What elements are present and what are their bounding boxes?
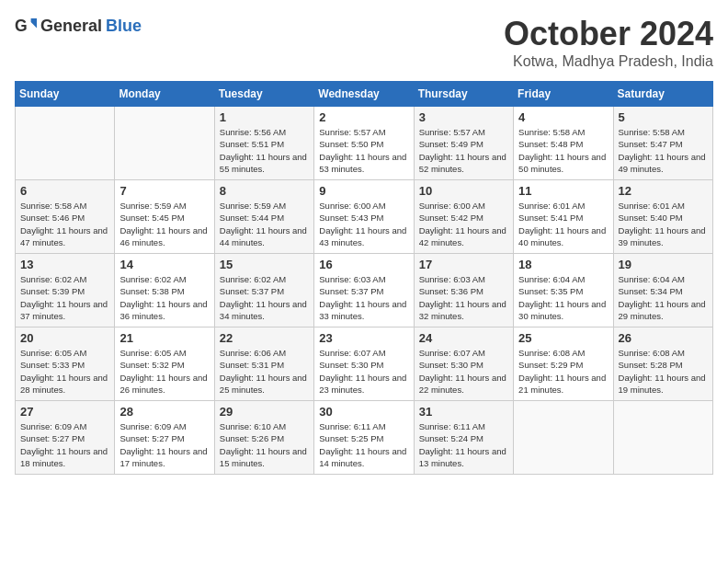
calendar-cell: 4Sunrise: 5:58 AMSunset: 5:48 PMDaylight…	[514, 107, 613, 180]
calendar-cell	[16, 107, 115, 180]
calendar-header-row: SundayMondayTuesdayWednesdayThursdayFrid…	[16, 82, 713, 107]
calendar-cell: 24Sunrise: 6:07 AMSunset: 5:30 PMDayligh…	[414, 327, 513, 401]
day-info: Sunrise: 5:58 AMSunset: 5:47 PMDaylight:…	[619, 126, 708, 175]
day-info: Sunrise: 6:07 AMSunset: 5:30 PMDaylight:…	[319, 347, 408, 396]
day-info: Sunrise: 6:04 AMSunset: 5:34 PMDaylight:…	[619, 273, 708, 322]
day-number: 21	[119, 331, 209, 345]
logo-blue-text: Blue	[106, 17, 142, 36]
logo: G GeneralBlue	[15, 15, 142, 37]
title-area: October 2024 Kotwa, Madhya Pradesh, Indi…	[504, 15, 713, 70]
day-info: Sunrise: 6:04 AMSunset: 5:35 PMDaylight:…	[518, 273, 608, 322]
day-number: 6	[20, 184, 109, 198]
calendar-cell: 5Sunrise: 5:58 AMSunset: 5:47 PMDaylight…	[613, 107, 712, 180]
column-header-monday: Monday	[115, 82, 214, 107]
calendar-cell: 2Sunrise: 5:57 AMSunset: 5:50 PMDaylight…	[314, 107, 414, 180]
column-header-friday: Friday	[514, 82, 613, 107]
day-info: Sunrise: 6:09 AMSunset: 5:27 PMDaylight:…	[20, 420, 109, 469]
day-info: Sunrise: 5:57 AMSunset: 5:49 PMDaylight:…	[419, 126, 508, 175]
day-info: Sunrise: 6:03 AMSunset: 5:37 PMDaylight:…	[319, 273, 408, 322]
day-number: 28	[119, 405, 209, 419]
day-info: Sunrise: 5:59 AMSunset: 5:45 PMDaylight:…	[119, 200, 209, 248]
day-number: 14	[119, 258, 209, 271]
day-number: 27	[20, 405, 109, 419]
day-info: Sunrise: 6:07 AMSunset: 5:30 PMDaylight:…	[419, 347, 508, 396]
day-number: 19	[619, 258, 708, 271]
day-number: 2	[319, 110, 408, 124]
day-number: 9	[319, 184, 408, 198]
day-number: 13	[20, 258, 109, 271]
calendar-cell: 15Sunrise: 6:02 AMSunset: 5:37 PMDayligh…	[214, 254, 313, 327]
month-title: October 2024	[504, 15, 713, 53]
calendar-cell: 27Sunrise: 6:09 AMSunset: 5:27 PMDayligh…	[16, 401, 115, 475]
day-number: 23	[319, 331, 408, 345]
calendar-week-row: 13Sunrise: 6:02 AMSunset: 5:39 PMDayligh…	[16, 254, 713, 327]
calendar-cell: 30Sunrise: 6:11 AMSunset: 5:25 PMDayligh…	[314, 401, 414, 475]
day-number: 29	[220, 405, 309, 419]
calendar-cell: 8Sunrise: 5:59 AMSunset: 5:44 PMDaylight…	[214, 180, 313, 254]
day-number: 18	[518, 258, 608, 271]
day-info: Sunrise: 6:00 AMSunset: 5:43 PMDaylight:…	[319, 200, 408, 248]
calendar-cell: 7Sunrise: 5:59 AMSunset: 5:45 PMDaylight…	[115, 180, 214, 254]
calendar-cell: 19Sunrise: 6:04 AMSunset: 5:34 PMDayligh…	[613, 254, 712, 327]
day-info: Sunrise: 6:00 AMSunset: 5:42 PMDaylight:…	[419, 200, 508, 248]
day-number: 5	[619, 110, 708, 124]
day-number: 22	[220, 331, 309, 345]
day-info: Sunrise: 6:11 AMSunset: 5:24 PMDaylight:…	[419, 420, 508, 469]
day-number: 7	[119, 184, 209, 198]
calendar-cell: 16Sunrise: 6:03 AMSunset: 5:37 PMDayligh…	[314, 254, 414, 327]
day-info: Sunrise: 6:09 AMSunset: 5:27 PMDaylight:…	[119, 420, 209, 469]
day-info: Sunrise: 5:59 AMSunset: 5:44 PMDaylight:…	[220, 200, 309, 248]
day-info: Sunrise: 5:58 AMSunset: 5:46 PMDaylight:…	[20, 200, 109, 248]
day-number: 4	[518, 110, 608, 124]
calendar-cell: 11Sunrise: 6:01 AMSunset: 5:41 PMDayligh…	[514, 180, 613, 254]
calendar-cell: 14Sunrise: 6:02 AMSunset: 5:38 PMDayligh…	[115, 254, 214, 327]
day-info: Sunrise: 6:02 AMSunset: 5:38 PMDaylight:…	[119, 273, 209, 322]
location-title: Kotwa, Madhya Pradesh, India	[504, 53, 713, 70]
day-info: Sunrise: 6:08 AMSunset: 5:28 PMDaylight:…	[619, 347, 708, 396]
day-number: 15	[220, 258, 309, 271]
day-number: 31	[419, 405, 508, 419]
calendar-cell: 1Sunrise: 5:56 AMSunset: 5:51 PMDaylight…	[214, 107, 313, 180]
calendar-cell: 28Sunrise: 6:09 AMSunset: 5:27 PMDayligh…	[115, 401, 214, 475]
calendar-week-row: 20Sunrise: 6:05 AMSunset: 5:33 PMDayligh…	[16, 327, 713, 401]
column-header-thursday: Thursday	[414, 82, 513, 107]
day-number: 3	[419, 110, 508, 124]
day-number: 11	[518, 184, 608, 198]
calendar-cell: 31Sunrise: 6:11 AMSunset: 5:24 PMDayligh…	[414, 401, 513, 475]
calendar-cell: 3Sunrise: 5:57 AMSunset: 5:49 PMDaylight…	[414, 107, 513, 180]
day-number: 25	[518, 331, 608, 345]
calendar-week-row: 6Sunrise: 5:58 AMSunset: 5:46 PMDaylight…	[16, 180, 713, 254]
day-info: Sunrise: 6:01 AMSunset: 5:40 PMDaylight:…	[619, 200, 708, 248]
day-number: 12	[619, 184, 708, 198]
day-info: Sunrise: 5:57 AMSunset: 5:50 PMDaylight:…	[319, 126, 408, 175]
day-number: 26	[619, 331, 708, 345]
day-info: Sunrise: 6:11 AMSunset: 5:25 PMDaylight:…	[319, 420, 408, 469]
calendar-cell: 26Sunrise: 6:08 AMSunset: 5:28 PMDayligh…	[613, 327, 712, 401]
day-info: Sunrise: 6:06 AMSunset: 5:31 PMDaylight:…	[220, 347, 309, 396]
calendar-cell: 18Sunrise: 6:04 AMSunset: 5:35 PMDayligh…	[514, 254, 613, 327]
column-header-tuesday: Tuesday	[214, 82, 313, 107]
page-header: G GeneralBlue October 2024 Kotwa, Madhya…	[15, 15, 713, 70]
day-info: Sunrise: 6:05 AMSunset: 5:32 PMDaylight:…	[119, 347, 209, 396]
day-number: 10	[419, 184, 508, 198]
day-info: Sunrise: 6:05 AMSunset: 5:33 PMDaylight:…	[20, 347, 109, 396]
svg-marker-1	[31, 18, 37, 28]
calendar-cell	[115, 107, 214, 180]
day-number: 17	[419, 258, 508, 271]
calendar-cell: 21Sunrise: 6:05 AMSunset: 5:32 PMDayligh…	[115, 327, 214, 401]
day-info: Sunrise: 6:01 AMSunset: 5:41 PMDaylight:…	[518, 200, 608, 248]
day-info: Sunrise: 5:56 AMSunset: 5:51 PMDaylight:…	[220, 126, 309, 175]
day-info: Sunrise: 6:03 AMSunset: 5:36 PMDaylight:…	[419, 273, 508, 322]
day-number: 1	[220, 110, 309, 124]
calendar-table: SundayMondayTuesdayWednesdayThursdayFrid…	[15, 81, 713, 475]
calendar-cell: 22Sunrise: 6:06 AMSunset: 5:31 PMDayligh…	[214, 327, 313, 401]
day-number: 16	[319, 258, 408, 271]
day-number: 20	[20, 331, 109, 345]
calendar-cell: 10Sunrise: 6:00 AMSunset: 5:42 PMDayligh…	[414, 180, 513, 254]
calendar-cell: 25Sunrise: 6:08 AMSunset: 5:29 PMDayligh…	[514, 327, 613, 401]
calendar-cell: 6Sunrise: 5:58 AMSunset: 5:46 PMDaylight…	[16, 180, 115, 254]
calendar-cell: 29Sunrise: 6:10 AMSunset: 5:26 PMDayligh…	[214, 401, 313, 475]
calendar-cell: 13Sunrise: 6:02 AMSunset: 5:39 PMDayligh…	[16, 254, 115, 327]
column-header-sunday: Sunday	[16, 82, 115, 107]
svg-text:G: G	[15, 17, 28, 35]
